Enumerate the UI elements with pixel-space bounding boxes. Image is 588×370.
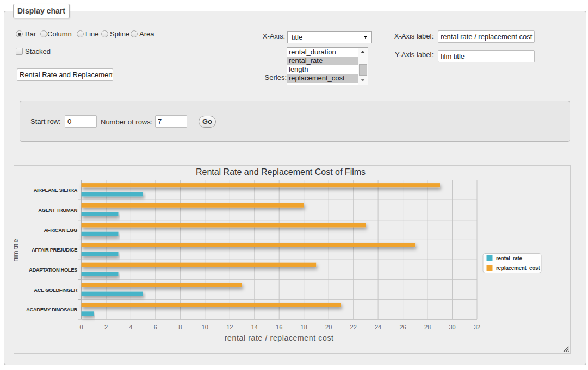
svg-text:ACE GOLDFINGER: ACE GOLDFINGER	[34, 287, 77, 293]
svg-text:Rental Rate and Replacement Co: Rental Rate and Replacement Cost of Film…	[196, 167, 366, 177]
svg-text:AGENT TRUMAN: AGENT TRUMAN	[38, 207, 77, 213]
svg-text:AIRPLANE SIERRA: AIRPLANE SIERRA	[34, 187, 78, 193]
svg-text:18: 18	[301, 324, 307, 330]
svg-text:12: 12	[226, 324, 233, 330]
svg-text:AFFAIR PREJUDICE: AFFAIR PREJUDICE	[32, 247, 77, 253]
svg-text:rental rate / replacement cost: rental rate / replacement cost	[225, 334, 334, 342]
svg-text:28: 28	[424, 324, 431, 330]
svg-text:16: 16	[276, 324, 282, 330]
svg-text:ACADEMY DINOSAUR: ACADEMY DINOSAUR	[26, 306, 78, 312]
svg-text:14: 14	[251, 324, 258, 330]
svg-text:4: 4	[129, 324, 132, 330]
svg-text:6: 6	[154, 324, 157, 330]
svg-text:24: 24	[375, 324, 381, 330]
svg-text:20: 20	[325, 324, 332, 330]
svg-text:10: 10	[202, 324, 208, 330]
svg-text:film title: film title	[14, 239, 20, 261]
svg-text:30: 30	[449, 324, 455, 330]
svg-text:ADAPTATION HOLES: ADAPTATION HOLES	[29, 267, 77, 273]
svg-text:2: 2	[104, 324, 108, 330]
svg-text:AFRICAN EGG: AFRICAN EGG	[44, 227, 77, 233]
svg-text:32: 32	[474, 324, 480, 330]
svg-text:22: 22	[350, 324, 357, 330]
svg-text:26: 26	[399, 324, 406, 330]
svg-text:0: 0	[79, 324, 83, 330]
svg-text:8: 8	[178, 324, 182, 330]
svg-text:replacement_cost: replacement_cost	[496, 265, 540, 271]
svg-text:rental_rate: rental_rate	[496, 255, 523, 261]
